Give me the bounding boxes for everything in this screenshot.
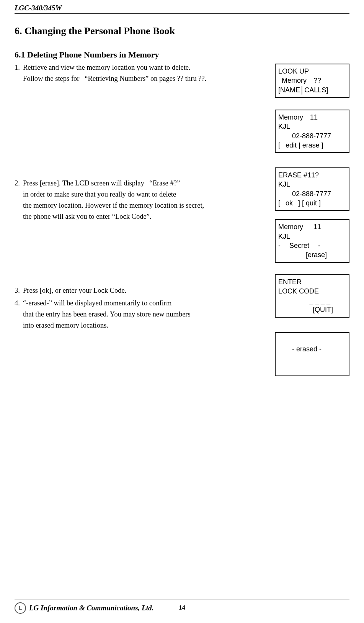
lcd-line xyxy=(278,335,346,344)
lcd-line: Memory 11 xyxy=(278,222,346,231)
lcd-screens-column: LOOK UP Memory ?? [NAME│CALLS] Memory 11… xyxy=(275,64,349,376)
lcd-line: - Secret - xyxy=(278,241,346,250)
step-1: 1. Retrieve and view the memory location… xyxy=(15,64,260,86)
lcd-screen-memory: Memory 11 KJL 02-888-7777 [ edit | erase… xyxy=(275,110,349,153)
lcd-screen-erased: - erased - xyxy=(275,332,349,376)
step-4: 4. “-erased-” will be displayed momentar… xyxy=(15,299,260,333)
lcd-line: [ edit | erase ] xyxy=(278,141,346,150)
section-heading: 6. Changing the Personal Phone Book xyxy=(15,25,349,37)
footer: L LG Information & Communications, Ltd. xyxy=(15,600,349,614)
lcd-screen-lookup: LOOK UP Memory ?? [NAME│CALLS] xyxy=(275,64,349,98)
step-line: Retrieve and view the memory location yo… xyxy=(23,64,260,72)
header-model: LGC-340/345W xyxy=(15,4,349,14)
step-number: 1. xyxy=(15,64,23,86)
lcd-screen-lock-code: ENTER LOCK CODE _ _ _ _ [QUIT] xyxy=(275,274,349,318)
footer-company: LG Information & Communications, Ltd. xyxy=(29,604,153,612)
step-line: Press [erase]. The LCD screen will displ… xyxy=(23,179,260,187)
step-line: the memory location. However if the memo… xyxy=(23,202,260,210)
step-2: 2. Press [erase]. The LCD screen will di… xyxy=(15,179,260,224)
lcd-screen-secret: Memory 11 KJL - Secret - [erase] xyxy=(275,219,349,262)
step-line: that the entry has been erased. You may … xyxy=(23,310,260,318)
step-number: 2. xyxy=(15,179,23,224)
lcd-line: KJL xyxy=(278,180,346,189)
lcd-line: Memory 11 xyxy=(278,113,346,122)
step-number: 3. xyxy=(15,287,23,298)
step-number: 4. xyxy=(15,299,23,333)
lcd-screen-erase-confirm: ERASE #11? KJL 02-888-7777 [ ok ] [ quit… xyxy=(275,167,349,211)
lcd-line: [ ok ] [ quit ] xyxy=(278,198,346,208)
lcd-line: ERASE #11? xyxy=(278,171,346,180)
lcd-line: [QUIT] xyxy=(278,305,346,314)
lcd-line: KJL xyxy=(278,232,346,241)
lcd-line: _ _ _ _ xyxy=(278,296,346,305)
lcd-line: - erased - xyxy=(278,344,346,354)
lcd-line: LOOK UP xyxy=(278,67,346,76)
lcd-line: [NAME│CALLS] xyxy=(278,85,346,95)
lcd-line xyxy=(278,363,346,372)
lcd-line: 02-888-7777 xyxy=(278,189,346,198)
lcd-line: ENTER xyxy=(278,277,346,287)
lcd-line xyxy=(278,354,346,363)
step-line: into erased memory locations. xyxy=(23,321,260,330)
step-line: “-erased-” will be displayed momentarily… xyxy=(23,299,260,307)
lcd-line: KJL xyxy=(278,122,346,131)
subsection-heading: 6.1 Deleting Phone Numbers in Memory xyxy=(15,50,349,60)
step-line: Follow the steps for “Retrieving Numbers… xyxy=(23,75,260,83)
step-line: Press [ok], or enter your Lock Code. xyxy=(23,287,260,295)
lcd-line: LOCK CODE xyxy=(278,287,346,296)
lcd-line: [erase] xyxy=(278,250,346,259)
step-line: in order to make sure that you really do… xyxy=(23,190,260,198)
lcd-line: 02-888-7777 xyxy=(278,131,346,141)
lcd-line: Memory ?? xyxy=(278,76,346,85)
step-line: the phone will ask you to enter “Lock Co… xyxy=(23,213,260,221)
lg-logo-icon: L xyxy=(15,602,26,614)
instruction-text-column: 1. Retrieve and view the memory location… xyxy=(15,64,260,334)
step-3: 3. Press [ok], or enter your Lock Code. xyxy=(15,287,260,298)
